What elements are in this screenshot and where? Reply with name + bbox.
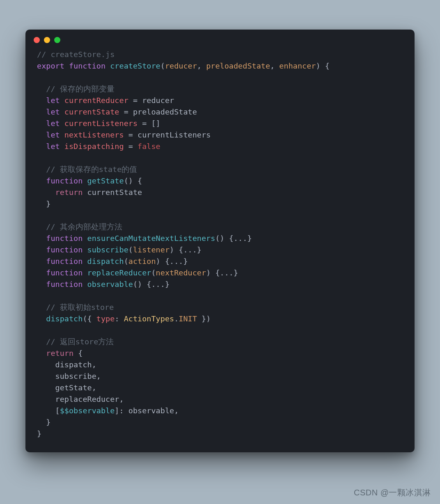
var-currentState: currentState: [64, 108, 119, 116]
ret-dispatch: dispatch: [55, 360, 92, 369]
INIT: INIT: [179, 314, 197, 323]
val-preloaded: preloadedState: [133, 108, 197, 116]
kw-function: function: [46, 257, 82, 266]
window-titlebar: [25, 30, 415, 46]
var-isDispatching: isDispatching: [64, 142, 124, 151]
comment: // 获取初始store: [46, 303, 114, 312]
fn-observable: observable: [87, 280, 133, 289]
comment: // 返回store方法: [46, 337, 114, 346]
fn-dispatch: dispatch: [87, 257, 124, 266]
literal-false: false: [138, 142, 160, 151]
code-window: // createStore.js export function create…: [25, 30, 415, 452]
ret-currentState: currentState: [87, 188, 142, 197]
param-listener: listener: [133, 245, 170, 254]
kw-let: let: [46, 142, 60, 151]
ret-getState: getState: [55, 383, 92, 392]
kw-let: let: [46, 119, 60, 128]
kw-return: return: [46, 349, 73, 357]
ret-obs-val: observable: [128, 406, 174, 415]
body-ellipsis: {...}: [179, 245, 202, 254]
close-icon[interactable]: [34, 37, 40, 43]
minimize-icon[interactable]: [44, 37, 50, 43]
comment: // 其余内部处理方法: [46, 222, 122, 231]
ret-obs-key: $$observable: [60, 406, 115, 415]
body-ellipsis: {...}: [147, 280, 170, 289]
val-reducer: reducer: [142, 96, 174, 105]
watermark: CSDN @一颗冰淇淋: [354, 487, 431, 498]
comment: // 获取保存的state的值: [46, 165, 137, 174]
var-nextListeners: nextListeners: [64, 131, 124, 139]
kw-function: function: [46, 176, 82, 185]
param-preloaded: preloadedState: [206, 62, 270, 70]
fn-createStore: createStore: [110, 62, 160, 70]
comment: // 保存的内部变量: [46, 85, 114, 93]
code-block: // createStore.js export function create…: [25, 46, 415, 451]
var-currentListeners: currentListeners: [64, 119, 138, 128]
ret-replaceReducer: replaceReducer: [55, 395, 119, 403]
comment: // createStore.js: [37, 50, 115, 59]
body-ellipsis: {...}: [229, 234, 252, 243]
ActionTypes: ActionTypes: [124, 314, 174, 323]
fn-subscribe: subscribe: [87, 245, 128, 254]
fn-getState: getState: [87, 176, 124, 185]
param-action: action: [128, 257, 156, 266]
call-dispatch: dispatch: [46, 314, 82, 323]
kw-let: let: [46, 108, 60, 116]
kw-return: return: [55, 188, 83, 197]
kw-function: function: [46, 245, 82, 254]
ret-subscribe: subscribe: [55, 372, 96, 380]
kw-function: function: [46, 268, 82, 277]
kw-let: let: [46, 96, 60, 105]
key-type: type: [96, 314, 115, 323]
body-ellipsis: {...}: [165, 257, 188, 266]
kw-function: function: [69, 62, 105, 70]
kw-function: function: [46, 280, 82, 289]
val-currentListeners: currentListeners: [138, 131, 211, 139]
param-nextReducer: nextReducer: [156, 268, 206, 277]
var-currentReducer: currentReducer: [64, 96, 128, 105]
kw-let: let: [46, 131, 60, 139]
param-reducer: reducer: [165, 62, 197, 70]
kw-function: function: [46, 234, 82, 243]
param-enhancer: enhancer: [279, 62, 316, 70]
zoom-icon[interactable]: [54, 37, 60, 43]
fn-ensure: ensureCanMutateNextListeners: [87, 234, 215, 243]
fn-replaceReducer: replaceReducer: [87, 268, 151, 277]
val-empty-array: []: [151, 119, 160, 128]
kw-export: export: [37, 62, 64, 70]
body-ellipsis: {...}: [215, 268, 238, 277]
